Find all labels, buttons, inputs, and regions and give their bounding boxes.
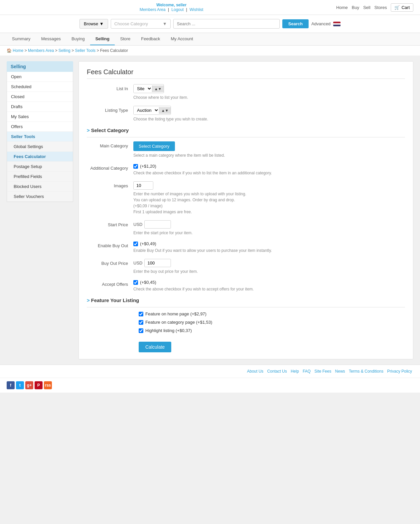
feature-highlight-checkbox[interactable]: [139, 328, 143, 333]
page-title: Fees Calculator: [87, 68, 405, 76]
top-nav: Home Buy Sell Stores 🛒 Cart: [336, 3, 413, 12]
accept-offers-checkbox[interactable]: [133, 280, 138, 285]
footer-terms[interactable]: Terms & Conditions: [349, 369, 383, 374]
browse-button[interactable]: Browse ▼: [79, 19, 108, 29]
footer-about[interactable]: About Us: [247, 369, 263, 374]
sidebar-item-drafts[interactable]: Drafts: [7, 102, 73, 112]
calculate-button[interactable]: Calculate: [139, 342, 171, 352]
buy-out-price-input[interactable]: [144, 259, 171, 267]
sidebar-submenu: Global Settings Fees Calculator Postage …: [7, 142, 73, 202]
accept-offers-label: Accept Offers: [87, 280, 133, 287]
social-icons: f t g+ P rss: [0, 378, 420, 393]
tab-messages[interactable]: Messages: [36, 33, 66, 45]
enable-buy-out-checkbox[interactable]: [133, 242, 138, 246]
start-price-help: Enter the start price for your item.: [133, 230, 405, 236]
feature-listing-header[interactable]: > Feature Your Listing: [87, 297, 405, 303]
breadcrumb-seller-tools[interactable]: Seller Tools: [75, 48, 95, 53]
start-price-label: Start Price: [87, 220, 133, 227]
feature-listing-divider: [87, 307, 405, 307]
start-price-input[interactable]: [144, 220, 171, 229]
wishlist-link[interactable]: Wishlist: [190, 7, 203, 12]
breadcrumb-current: Fees Calculator: [100, 48, 128, 53]
feature-home-checkbox[interactable]: [139, 312, 143, 316]
list-in-select[interactable]: Site: [134, 85, 152, 93]
start-price-row: Start Price USD Enter the start price fo…: [87, 220, 405, 236]
tab-feedback[interactable]: Feedback: [136, 33, 165, 45]
sidebar-item-prefilled-fields[interactable]: Prefilled Fields: [7, 172, 73, 182]
sidebar-item-postage-setup[interactable]: Postage Setup: [7, 162, 73, 172]
home-icon: 🏠: [7, 48, 12, 53]
select-category-button[interactable]: Select Category: [133, 141, 175, 151]
twitter-icon[interactable]: t: [16, 381, 24, 389]
additional-category-checkbox[interactable]: [133, 164, 138, 169]
category-arrow-icon: ▼: [163, 21, 167, 26]
nav-sell[interactable]: Sell: [363, 5, 370, 10]
content-wrapper: Selling Open Scheduled Closed Drafts My …: [0, 56, 420, 365]
sidebar-item-scheduled[interactable]: Scheduled: [7, 82, 73, 92]
footer-faq[interactable]: FAQ: [303, 369, 311, 374]
images-help: Enter the number of images you wish to u…: [133, 191, 405, 215]
sidebar-item-global-settings[interactable]: Global Settings: [7, 142, 73, 152]
feature-category-label: Feature on category page (+$1,53): [145, 320, 212, 325]
welcome-label: Welcome,: [156, 3, 175, 7]
main-category-help: Select a main category where the item wi…: [133, 152, 405, 158]
sidebar-item-open[interactable]: Open: [7, 72, 73, 82]
search-bar: Browse ▼ Choose Category ▼ Search Advanc…: [0, 15, 420, 33]
enable-buy-out-price: (+$0,49): [140, 241, 156, 246]
nav-stores[interactable]: Stores: [374, 5, 387, 10]
select-category-header[interactable]: > Select Category: [87, 127, 405, 133]
additional-category-label: Additional Category: [87, 164, 133, 171]
pinterest-icon[interactable]: P: [35, 381, 43, 389]
tab-summary[interactable]: Summary: [7, 33, 36, 45]
feature-option-category: Feature on category page (+$1,53): [139, 320, 405, 325]
listing-type-select[interactable]: Auction: [134, 106, 159, 114]
feature-highlight-checkbox-row: Highlight listing (+$0,37): [139, 328, 405, 333]
top-links: Members Area | Logout | Wishlist: [138, 7, 205, 12]
cart-button[interactable]: 🛒 Cart: [391, 3, 413, 12]
sidebar-item-blocked-users[interactable]: Blocked Users: [7, 182, 73, 192]
breadcrumb: 🏠 Home > Members Area > Selling > Seller…: [0, 46, 420, 56]
footer-help[interactable]: Help: [291, 369, 299, 374]
sidebar-item-my-sales[interactable]: My Sales: [7, 112, 73, 122]
buy-out-price-label: Buy Out Price: [87, 259, 133, 266]
sidebar-item-offers[interactable]: Offers: [7, 122, 73, 132]
footer-news[interactable]: News: [335, 369, 345, 374]
start-price-currency: USD: [133, 222, 142, 227]
feature-highlight-label: Highlight listing (+$0,37): [145, 328, 192, 333]
feature-category-checkbox[interactable]: [139, 320, 143, 325]
nav-home[interactable]: Home: [336, 5, 348, 10]
footer-privacy[interactable]: Privacy Policy: [387, 369, 412, 374]
sidebar-item-fees-calculator[interactable]: Fees Calculator: [7, 152, 73, 162]
tab-store[interactable]: Store: [115, 33, 136, 45]
sidebar-item-closed[interactable]: Closed: [7, 92, 73, 102]
footer: About Us Contact Us Help FAQ Site Fees N…: [0, 365, 420, 378]
facebook-icon[interactable]: f: [7, 381, 15, 389]
sidebar-item-seller-tools[interactable]: Seller Tools: [7, 132, 73, 142]
advanced-link[interactable]: Advanced: [311, 21, 331, 26]
members-area-link[interactable]: Members Area: [140, 7, 166, 12]
images-input[interactable]: [133, 181, 153, 190]
list-in-label: List In: [87, 84, 133, 91]
tab-my-account[interactable]: My Account: [165, 33, 198, 45]
list-in-select-wrapper: Site ▲▼: [133, 84, 164, 93]
search-button[interactable]: Search: [282, 19, 309, 28]
search-input[interactable]: [173, 19, 280, 29]
logout-link[interactable]: Logout: [172, 7, 184, 12]
accept-offers-row: Accept Offers (+$0,45) Check the above c…: [87, 280, 405, 292]
accept-offers-price: (+$0,45): [140, 280, 156, 285]
rss-icon[interactable]: rss: [44, 381, 52, 389]
nav-buy[interactable]: Buy: [352, 5, 359, 10]
tab-selling[interactable]: Selling: [90, 33, 115, 45]
breadcrumb-home[interactable]: Home: [13, 48, 23, 53]
footer-site-fees[interactable]: Site Fees: [315, 369, 332, 374]
tab-buying[interactable]: Buying: [66, 33, 90, 45]
google-plus-icon[interactable]: g+: [25, 381, 33, 389]
sidebar-item-seller-vouchers[interactable]: Seller Vouchers: [7, 192, 73, 202]
enable-buy-out-label: Enable Buy Out: [87, 241, 133, 248]
username: seller: [176, 3, 186, 7]
images-control: Enter the number of images you wish to u…: [133, 181, 405, 215]
breadcrumb-selling[interactable]: Selling: [59, 48, 70, 53]
breadcrumb-members-area[interactable]: Members Area: [28, 48, 54, 53]
main-category-row: Main Category Select Category Select a m…: [87, 141, 405, 158]
footer-contact[interactable]: Contact Us: [267, 369, 287, 374]
